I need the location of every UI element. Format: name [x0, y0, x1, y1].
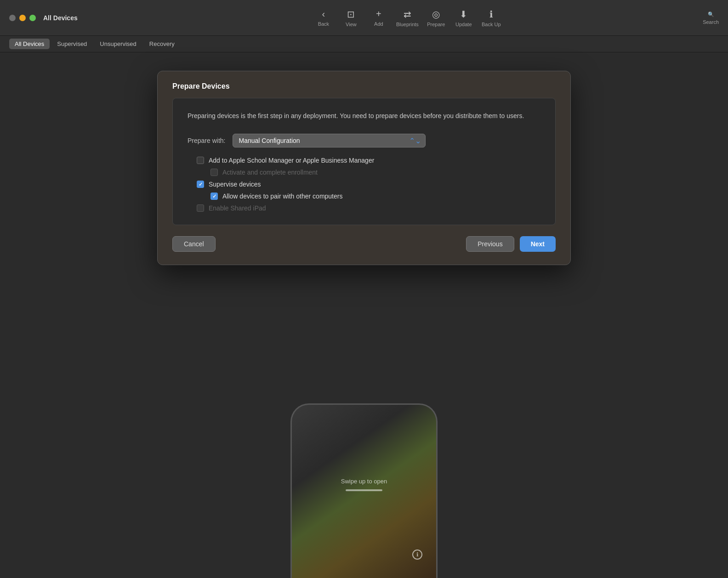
- dialog-inner: Preparing devices is the first step in a…: [172, 98, 556, 225]
- option-add-to-manager-row: Add to Apple School Manager or Apple Bus…: [197, 157, 540, 164]
- titlebar: All Devices ‹ Back ⊡ View + Add ⇄ Bluepr…: [0, 0, 728, 36]
- checkbox-add-to-manager[interactable]: [197, 157, 204, 164]
- option-supervise-devices-label: Supervise devices: [209, 181, 261, 188]
- prepare-select-wrapper: Manual Configuration Automated Enrollmen…: [233, 134, 426, 147]
- toolbar-blueprints-label: Blueprints: [396, 22, 419, 27]
- option-enable-shared-ipad-row: Enable Shared iPad: [197, 204, 540, 212]
- window-title: All Devices: [43, 14, 78, 22]
- back-icon: ‹: [322, 9, 325, 19]
- toolbar-update[interactable]: ⬇ Update: [450, 7, 478, 29]
- dialog-title: Prepare Devices: [158, 71, 570, 98]
- checkbox-supervise-devices[interactable]: ✓: [197, 181, 204, 188]
- option-allow-pair-label: Allow devices to pair with other compute…: [222, 193, 342, 200]
- cancel-button[interactable]: Cancel: [172, 236, 216, 252]
- option-activate-enrollment-label: Activate and complete enrollment: [222, 169, 318, 176]
- footer-right-buttons: Previous Next: [466, 236, 556, 252]
- option-add-to-manager-label: Add to Apple School Manager or Apple Bus…: [209, 157, 374, 164]
- prepare-icon: ◎: [432, 9, 440, 20]
- options-list: Add to Apple School Manager or Apple Bus…: [197, 157, 540, 212]
- view-icon: ⊡: [347, 9, 355, 20]
- tab-all-devices[interactable]: All Devices: [9, 39, 50, 49]
- search-icon: 🔍: [708, 11, 714, 17]
- tabbar: All Devices Supervised Unsupervised Reco…: [0, 36, 728, 52]
- option-activate-enrollment-row: Activate and complete enrollment: [210, 169, 540, 176]
- dialog-description: Preparing devices is the first step in a…: [188, 111, 540, 121]
- phone-swipe-text: Swipe up to open: [292, 478, 436, 489]
- dialog-footer: Cancel Previous Next: [158, 236, 570, 265]
- prepare-devices-dialog: Prepare Devices Preparing devices is the…: [157, 71, 571, 265]
- search-label: Search: [703, 19, 719, 24]
- phone-info-icon: ℹ: [412, 550, 422, 560]
- option-supervise-devices-row: ✓ Supervise devices: [197, 181, 540, 188]
- checkbox-allow-pair[interactable]: ✓: [210, 193, 218, 200]
- backup-icon: ℹ: [489, 9, 493, 20]
- toolbar-add-label: Add: [374, 21, 383, 27]
- toolbar-view-label: View: [346, 22, 357, 27]
- next-button[interactable]: Next: [520, 236, 556, 252]
- add-icon: +: [376, 9, 381, 19]
- tab-supervised[interactable]: Supervised: [51, 39, 92, 49]
- checkbox-enable-shared-ipad[interactable]: [197, 204, 204, 212]
- toolbar-add[interactable]: + Add: [365, 7, 392, 28]
- tab-recovery[interactable]: Recovery: [144, 39, 180, 49]
- maximize-button[interactable]: [29, 15, 36, 21]
- toolbar-backup-label: Back Up: [482, 22, 501, 27]
- toolbar-blueprints[interactable]: ⇄ Blueprints: [392, 7, 422, 29]
- traffic-lights: [9, 15, 36, 21]
- option-allow-pair-row: ✓ Allow devices to pair with other compu…: [210, 193, 540, 200]
- toolbar-backup[interactable]: ℹ Back Up: [478, 7, 505, 29]
- update-icon: ⬇: [460, 9, 467, 20]
- toolbar: ‹ Back ⊡ View + Add ⇄ Blueprints ◎ Prepa…: [96, 7, 719, 29]
- toolbar-prepare[interactable]: ◎ Prepare: [422, 7, 450, 29]
- option-enable-shared-ipad-label: Enable Shared iPad: [209, 204, 266, 212]
- close-button[interactable]: [9, 15, 16, 21]
- tab-unsupervised[interactable]: Unsupervised: [94, 39, 142, 49]
- phone-background: Swipe up to open ℹ: [290, 403, 438, 578]
- prepare-with-label: Prepare with:: [188, 137, 225, 144]
- phone-swipe-bar: [346, 489, 382, 491]
- previous-button[interactable]: Previous: [466, 236, 514, 252]
- prepare-with-row: Prepare with: Manual Configuration Autom…: [188, 134, 540, 147]
- main-content: Swipe up to open ℹ Prepare Devices Prepa…: [0, 52, 728, 578]
- minimize-button[interactable]: [19, 15, 26, 21]
- checkbox-allow-pair-check: ✓: [212, 193, 216, 199]
- toolbar-back-label: Back: [318, 21, 329, 27]
- toolbar-view[interactable]: ⊡ View: [337, 7, 365, 29]
- toolbar-back[interactable]: ‹ Back: [310, 7, 337, 28]
- blueprints-icon: ⇄: [404, 9, 411, 20]
- toolbar-prepare-label: Prepare: [427, 22, 445, 27]
- toolbar-update-label: Update: [455, 22, 472, 27]
- prepare-with-select[interactable]: Manual Configuration Automated Enrollmen…: [233, 134, 426, 147]
- search-button[interactable]: 🔍 Search: [703, 11, 719, 24]
- checkbox-activate-enrollment[interactable]: [210, 169, 218, 176]
- checkbox-supervise-check: ✓: [199, 181, 203, 187]
